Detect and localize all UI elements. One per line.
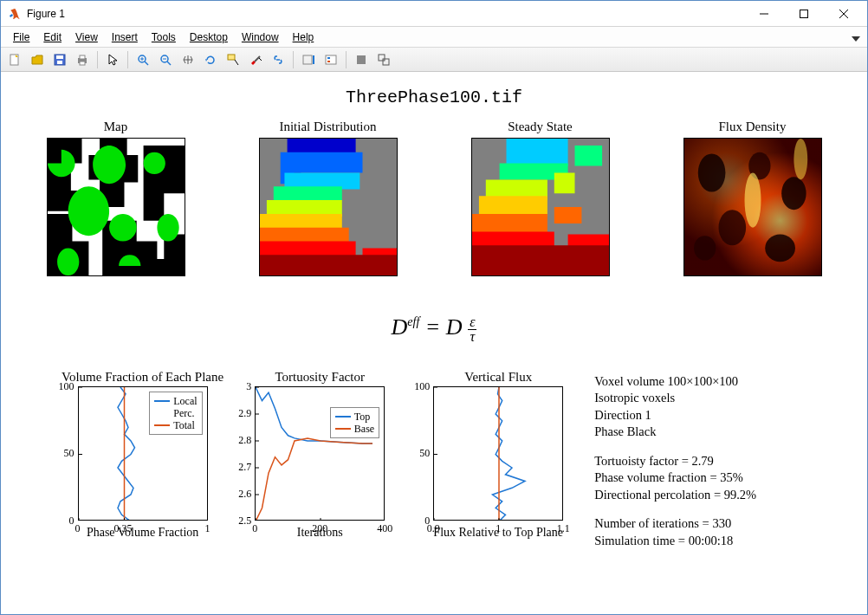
save-button[interactable] — [49, 50, 70, 69]
chart-row: Volume Fraction of Each Plane Distance f… — [16, 370, 852, 550]
stat-line: Direction 1 — [594, 407, 756, 424]
legend-volfrac: Local Perc. Total — [149, 392, 202, 435]
svg-rect-10 — [80, 62, 85, 65]
map-image — [47, 138, 185, 276]
close-button[interactable] — [824, 2, 864, 26]
figure-area: ThreePhase100.tif Map Initial Distributi… — [1, 72, 867, 614]
menu-file[interactable]: File — [6, 29, 36, 45]
stat-line: Phase volume fraction = 35% — [594, 469, 756, 487]
svg-point-36 — [697, 153, 725, 191]
chart-volfrac: Volume Fraction of Each Plane Distance f… — [62, 370, 223, 540]
menubar: File Edit View Insert Tools Desktop Wind… — [1, 27, 867, 48]
menu-tools[interactable]: Tools — [145, 29, 183, 45]
stat-line: Directional percolation = 99.2% — [594, 487, 756, 504]
svg-point-43 — [794, 139, 807, 179]
svg-rect-6 — [56, 55, 63, 59]
brush-button[interactable] — [245, 50, 266, 69]
panel-initial: Initial Distribution — [239, 120, 417, 276]
hide-plot-button[interactable] — [351, 50, 372, 69]
svg-rect-23 — [313, 55, 314, 64]
toolbar-separator — [127, 51, 128, 68]
link-button[interactable] — [268, 50, 288, 69]
panel-title: Map — [104, 120, 128, 134]
formula: Deff = D ετ — [16, 314, 852, 344]
rotate-button[interactable] — [200, 50, 221, 69]
x-axis-label: Phase Volume Fraction — [87, 526, 198, 540]
pointer-button[interactable] — [102, 50, 123, 69]
steady-state-image — [471, 138, 610, 276]
zoom-out-button[interactable] — [155, 50, 176, 69]
menu-help[interactable]: Help — [286, 29, 321, 45]
figure-window: Figure 1 File Edit View Insert Tools Des… — [0, 0, 868, 615]
window-title: Figure 1 — [27, 8, 744, 20]
titlebar: Figure 1 — [1, 1, 867, 27]
zoom-in-button[interactable] — [133, 50, 153, 69]
image-panel-row: Map Initial Distribution — [16, 120, 852, 276]
open-button[interactable] — [27, 50, 48, 69]
svg-rect-1 — [800, 10, 808, 17]
panel-title: Steady State — [508, 120, 573, 134]
svg-line-16 — [167, 62, 171, 65]
toolbar-separator — [346, 51, 347, 68]
stat-line: Simulation time = 00:00:18 — [594, 533, 756, 550]
svg-point-40 — [765, 235, 795, 262]
dock-icon[interactable] — [850, 31, 862, 43]
chart-title: Vertical Flux — [464, 370, 532, 385]
menu-edit[interactable]: Edit — [36, 29, 68, 45]
svg-rect-24 — [326, 55, 336, 64]
chart-title: Volume Fraction of Each Plane — [62, 370, 223, 385]
toolbar-separator — [97, 51, 98, 68]
print-button[interactable] — [72, 50, 93, 69]
panel-fluxdensity: Flux Density — [664, 120, 841, 276]
svg-point-41 — [694, 236, 716, 260]
chart-title: Tortuosity Factor — [275, 370, 365, 385]
stat-line: Tortuoisty factor = 2.79 — [594, 453, 756, 470]
stat-line: Voxel volume 100×100×100 — [594, 373, 756, 391]
svg-rect-29 — [383, 59, 389, 65]
svg-rect-28 — [379, 55, 385, 61]
legend-button[interactable] — [321, 50, 341, 69]
panel-title: Initial Distribution — [279, 120, 376, 134]
svg-line-20 — [255, 56, 260, 62]
menu-view[interactable]: View — [68, 29, 105, 45]
new-figure-button[interactable] — [4, 50, 25, 69]
svg-rect-7 — [57, 61, 62, 64]
menu-insert[interactable]: Insert — [105, 29, 145, 45]
stat-line: Phase Black — [594, 424, 756, 441]
svg-line-12 — [145, 62, 148, 65]
maximize-button[interactable] — [784, 2, 824, 26]
chart-tortuosity: Tortuosity Factor Top Base 02004002.52.6… — [255, 370, 385, 540]
stat-line: Number of iterations = 330 — [594, 515, 756, 533]
minimize-button[interactable] — [744, 2, 784, 26]
toolbar — [1, 48, 867, 72]
svg-line-19 — [235, 60, 238, 65]
svg-rect-22 — [303, 55, 312, 64]
toolbar-separator — [293, 51, 294, 68]
svg-point-38 — [781, 177, 806, 210]
axes-vertflux — [433, 386, 563, 521]
chart-vertflux: Vertical Flux Distance from Base 0.911.1… — [433, 370, 563, 540]
legend-tortuosity: Top Base — [330, 407, 379, 438]
panel-map: Map — [27, 120, 204, 276]
pan-button[interactable] — [178, 50, 198, 69]
svg-point-42 — [744, 173, 761, 228]
panel-title: Flux Density — [719, 120, 787, 134]
matlab-icon — [8, 7, 22, 21]
figure-suptitle: ThreePhase100.tif — [16, 87, 852, 107]
datacursor-button[interactable] — [223, 50, 243, 69]
panel-steady: Steady State — [451, 120, 629, 276]
menu-desktop[interactable]: Desktop — [183, 29, 235, 45]
flux-density-image — [683, 138, 822, 276]
svg-rect-27 — [357, 55, 366, 64]
stat-line: Isotropic voxels — [594, 390, 756, 407]
menu-window[interactable]: Window — [235, 29, 286, 45]
svg-rect-18 — [228, 55, 235, 60]
initial-distribution-image — [259, 138, 398, 276]
colorbar-button[interactable] — [298, 50, 319, 69]
stats-block: Voxel volume 100×100×100 Isotropic voxel… — [594, 370, 756, 550]
show-plot-button[interactable] — [373, 50, 394, 69]
svg-point-39 — [718, 210, 746, 245]
svg-rect-9 — [80, 55, 85, 59]
